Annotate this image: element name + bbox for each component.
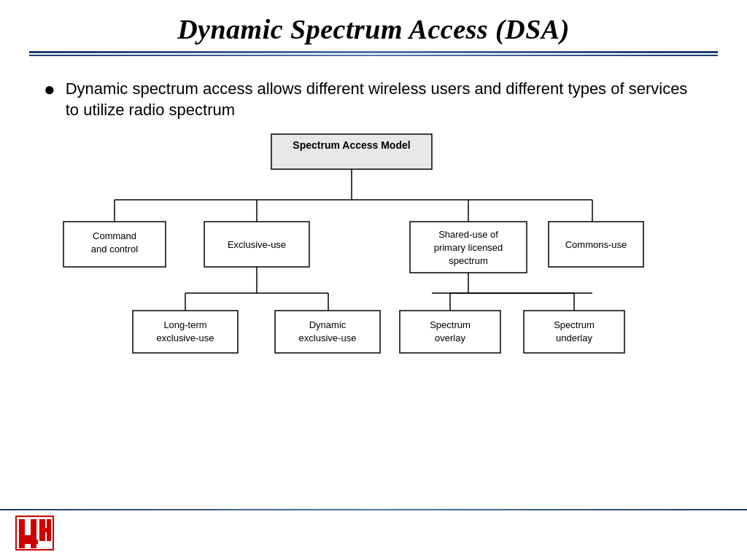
svg-rect-31 — [19, 540, 38, 544]
footer — [0, 509, 747, 560]
commons-use-label: Commons-use — [565, 239, 627, 250]
shared-use-label2: primary licensed — [434, 242, 503, 253]
svg-rect-25 — [19, 519, 25, 540]
svg-rect-27 — [31, 519, 36, 540]
root-node-label: Spectrum Access Model — [293, 139, 410, 151]
bullet-section: ● Dynamic spectrum access allows differe… — [0, 71, 747, 121]
shared-use-label3: spectrum — [449, 255, 487, 266]
dynamic-exclusive-label2: exclusive-use — [299, 332, 357, 343]
svg-rect-15 — [133, 311, 238, 353]
page-title: Dynamic Spectrum Access (DSA) — [29, 13, 718, 45]
shared-use-label1: Shared-use of — [438, 229, 498, 240]
svg-rect-23 — [524, 311, 624, 353]
header: Dynamic Spectrum Access (DSA) — [0, 0, 747, 71]
exclusive-use-label: Exclusive-use — [228, 239, 286, 250]
bullet-item: ● Dynamic spectrum access allows differe… — [44, 78, 703, 121]
svg-rect-32 — [19, 544, 25, 548]
slide: Dynamic Spectrum Access (DSA) ● Dynamic … — [0, 0, 747, 560]
spectrum-diagram: Spectrum Access Model Command and contro… — [38, 127, 709, 368]
uh-logo — [15, 515, 55, 551]
header-line-top — [29, 51, 718, 53]
dynamic-exclusive-label1: Dynamic — [309, 319, 347, 330]
spectrum-underlay-label2: underlay — [556, 332, 592, 343]
header-line-bottom — [29, 55, 718, 56]
svg-rect-30 — [47, 519, 51, 541]
bullet-text: Dynamic spectrum access allows different… — [66, 78, 703, 121]
svg-rect-33 — [31, 544, 36, 548]
footer-logo-container — [0, 510, 747, 560]
spectrum-underlay-label1: Spectrum — [554, 319, 595, 330]
long-term-label2: exclusive-use — [157, 332, 214, 343]
spectrum-overlay-label1: Spectrum — [430, 319, 471, 330]
spectrum-overlay-label2: overlay — [435, 332, 465, 343]
diagram-container: Spectrum Access Model Command and contro… — [0, 127, 747, 368]
long-term-label1: Long-term — [163, 319, 206, 330]
svg-rect-22 — [400, 311, 500, 353]
command-control-label: Command — [93, 230, 136, 241]
command-control-label2: and control — [91, 244, 138, 254]
svg-rect-16 — [275, 311, 380, 353]
bullet-dot: ● — [44, 77, 55, 102]
